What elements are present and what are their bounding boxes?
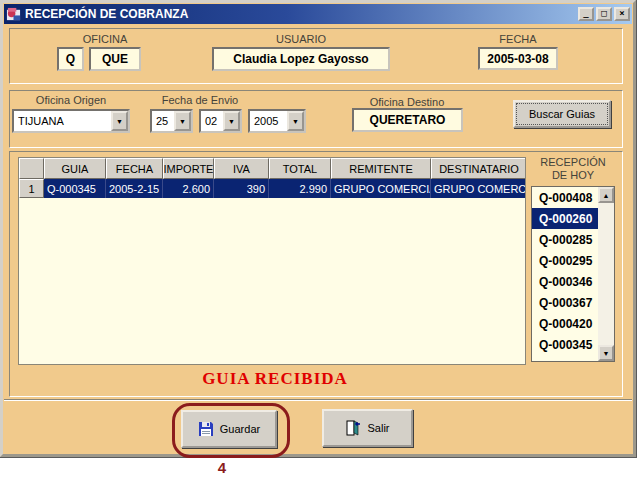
oficina-destino-label: Oficina Destino [357, 96, 457, 108]
oficina-origen-label: Oficina Origen [26, 94, 116, 106]
dia-select[interactable]: 25 ▼ [150, 109, 193, 133]
row-number-cell: 1 [19, 179, 44, 198]
oficina-origen-select[interactable]: TIJUANA ▼ [12, 109, 130, 133]
iva-cell: 390 [214, 179, 269, 198]
usuario-label: USUARIO [261, 33, 341, 45]
anio-select[interactable]: 2005 ▼ [248, 109, 306, 133]
mes-value: 02 [201, 115, 223, 127]
app-icon [6, 7, 21, 22]
column-header-importe: IMPORTE [163, 158, 214, 179]
anio-value: 2005 [250, 115, 287, 127]
oficina-abbr-field[interactable]: QUE [89, 47, 141, 71]
footer-divider [4, 399, 632, 401]
fecha-cell: 2005-2-15 [106, 179, 163, 198]
usuario-field[interactable]: Claudia Lopez Gayosso [212, 47, 390, 71]
destinatario-cell: GRUPO COMERCIAL Y [431, 179, 526, 198]
recepcion-hoy-label: RECEPCIÓN DE HOY [530, 156, 616, 182]
importe-cell: 2.600 [163, 179, 214, 198]
table-row[interactable]: 1 Q-000345 2005-2-15 2.600 390 2.990 GRU… [19, 179, 525, 198]
row-number-header [19, 158, 44, 179]
remitente-cell: GRUPO COMERCIAL Y [331, 179, 431, 198]
list-item-selected[interactable]: Q-000260 [532, 208, 598, 229]
column-header-destinatario: DESTINATARIO [431, 158, 526, 179]
guias-table: GUIA FECHA IMPORTE IVA TOTAL REMITENTE D… [18, 157, 526, 365]
scroll-down-icon[interactable]: ▼ [598, 345, 614, 361]
table-header-row: GUIA FECHA IMPORTE IVA TOTAL REMITENTE D… [19, 158, 525, 179]
total-cell: 2.990 [269, 179, 331, 198]
list-scrollbar[interactable]: ▲ ▼ [598, 187, 614, 361]
chevron-down-icon[interactable]: ▼ [223, 111, 240, 131]
column-header-guia: GUIA [44, 158, 106, 179]
chevron-down-icon[interactable]: ▼ [174, 111, 191, 131]
chevron-down-icon[interactable]: ▼ [287, 111, 304, 131]
list-items: Q-000408 Q-000260 Q-000285 Q-000295 Q-00… [532, 187, 598, 361]
titlebar: RECEPCIÓN DE COBRANZA _ □ × [4, 4, 632, 24]
exit-door-icon [345, 420, 361, 436]
list-item[interactable]: Q-000408 [532, 187, 598, 208]
list-item[interactable]: Q-000295 [532, 250, 598, 271]
column-header-iva: IVA [214, 158, 269, 179]
window-title: RECEPCIÓN DE COBRANZA [25, 7, 188, 21]
list-item[interactable]: Q-000346 [532, 271, 598, 292]
column-header-remitente: REMITENTE [331, 158, 431, 179]
list-item[interactable]: Q-000345 [532, 334, 598, 355]
close-button[interactable]: × [614, 7, 630, 21]
annotation-step-number: 4 [196, 459, 248, 476]
list-item[interactable]: Q-000285 [532, 229, 598, 250]
mes-select[interactable]: 02 ▼ [199, 109, 242, 133]
fecha-field[interactable]: 2005-03-08 [478, 47, 558, 70]
scroll-up-icon[interactable]: ▲ [598, 187, 614, 203]
list-item[interactable]: Q-000239 [532, 355, 598, 361]
dia-value: 25 [152, 115, 174, 127]
oficina-label: OFICINA [70, 33, 140, 45]
oficina-destino-field[interactable]: QUERETARO [352, 108, 463, 132]
annotation-highlight-box [172, 403, 290, 458]
status-message: GUIA RECIBIDA [110, 369, 440, 389]
column-header-total: TOTAL [269, 158, 331, 179]
fecha-envio-label: Fecha de Envio [150, 94, 250, 106]
window-controls: _ □ × [578, 7, 632, 21]
list-item[interactable]: Q-000367 [532, 292, 598, 313]
minimize-button[interactable]: _ [578, 7, 594, 21]
column-header-fecha: FECHA [106, 158, 163, 179]
chevron-down-icon[interactable]: ▼ [111, 111, 128, 131]
oficina-code-field[interactable]: Q [57, 47, 84, 71]
recepcion-hoy-list[interactable]: Q-000408 Q-000260 Q-000285 Q-000295 Q-00… [531, 186, 615, 362]
salir-button[interactable]: Salir [322, 409, 413, 447]
salir-label: Salir [367, 422, 389, 434]
buscar-guias-button[interactable]: Buscar Guias [513, 100, 611, 128]
guia-cell: Q-000345 [44, 179, 106, 198]
list-item[interactable]: Q-000420 [532, 313, 598, 334]
maximize-button[interactable]: □ [596, 7, 612, 21]
fecha-label: FECHA [478, 33, 558, 45]
oficina-origen-value: TIJUANA [14, 115, 111, 127]
